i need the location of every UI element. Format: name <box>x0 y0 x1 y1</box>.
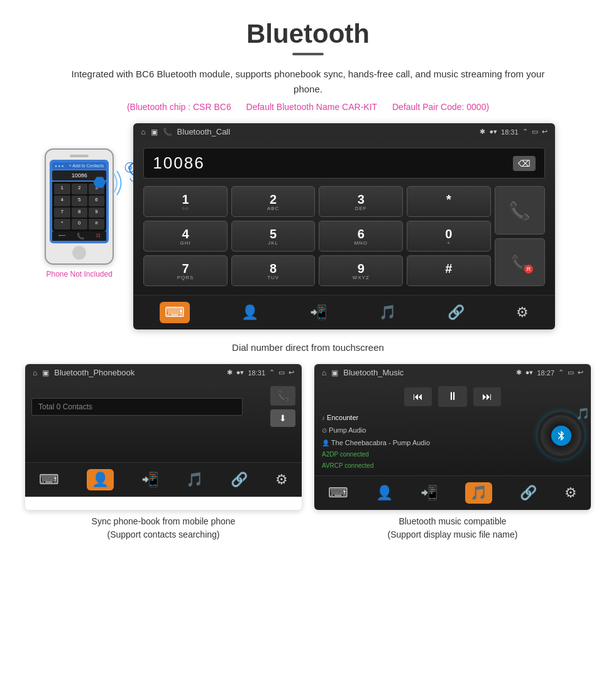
a2dp-status: A2DP connected <box>322 449 531 460</box>
keypad-main-grid: 1○○ 2ABC 3DEF * 4GHI 5JKL 6MNO 0+ 7PQRS … <box>143 186 490 286</box>
nav-dialpad[interactable]: ⌨ <box>160 302 190 323</box>
pb-nav-settings[interactable]: ⚙ <box>275 472 288 488</box>
music-section: ⌂ ▣ Bluetooth_Music ✱ ●▾ 18:27 ⌃ ▭ ↩ ⏮ ⏸ <box>314 364 591 541</box>
music-caption-line2: (Support display music file name) <box>388 529 518 539</box>
key-3[interactable]: 3DEF <box>319 186 403 217</box>
pb-bt-icon: ✱ <box>227 368 233 377</box>
track2-name: Pump Audio <box>329 426 366 434</box>
nav-contacts[interactable]: 👤 <box>241 304 258 321</box>
key-4[interactable]: 4GHI <box>143 221 228 252</box>
phone-mockup-wrap: ⦾ ◡ ⦿ ⦾ ⤩ ● ● ● + Add to Contacts 10086 <box>45 148 114 265</box>
nav-settings[interactable]: ⚙ <box>516 304 529 321</box>
status-icons: ✱ ●▾ 18:31 ⌃ ▭ ↩ <box>480 128 547 136</box>
nav-link[interactable]: 🔗 <box>448 304 465 321</box>
phone-key-8: 8 <box>72 207 87 218</box>
music-screenshot: ⌂ ▣ Bluetooth_Music ✱ ●▾ 18:27 ⌃ ▭ ↩ ⏮ ⏸ <box>314 364 591 510</box>
bottom-nav-dial: ⌨ 👤 📲 🎵 🔗 ⚙ <box>133 295 554 329</box>
mu-nav-music[interactable]: 🎵 <box>465 482 492 504</box>
bt-status-icon: ✱ <box>480 128 485 136</box>
backspace-button[interactable]: ⌫ <box>513 156 536 171</box>
mu-nav-contacts[interactable]: 👤 <box>376 485 393 501</box>
signal-icon: ▣ <box>151 128 158 136</box>
back-icon: ↩ <box>542 128 547 136</box>
mu-nav-settings[interactable]: ⚙ <box>564 485 577 501</box>
download-contacts-button[interactable]: ⬇ <box>270 409 295 427</box>
total-contacts-label: Total 0 Contacts <box>38 402 92 411</box>
track-item-2: ⊙ Pump Audio <box>322 424 531 437</box>
spec-name: Default Bluetooth Name CAR-KIT <box>246 102 378 112</box>
music-content: ⏮ ⏸ ⏭ ♪ Encounter ⊙ Pump Audio <box>314 381 591 475</box>
pb-nav-link[interactable]: 🔗 <box>231 472 248 488</box>
mu-nav-dialpad[interactable]: ⌨ <box>328 485 348 501</box>
expand-icon: ⌃ <box>522 128 528 136</box>
play-button[interactable]: ⏸ <box>438 386 467 407</box>
phone-bottom-row: ⟵ 📞 ⊡ <box>52 231 106 241</box>
mu-signal-icon: ▣ <box>331 368 338 377</box>
music-caption-line1: Bluetooth music compatible <box>399 516 506 526</box>
music-controls: ⏮ ⏸ ⏭ <box>321 386 585 407</box>
pb-nav-call[interactable]: 📲 <box>141 472 158 488</box>
phone-image: ● ● ● + Add to Contacts 10086 1 2 3 4 5 … <box>45 148 114 265</box>
mu-bt-icon: ✱ <box>516 368 522 377</box>
key-8[interactable]: 8TUV <box>231 255 316 286</box>
phonebook-app-name: Bluetooth_Phonebook <box>54 368 222 377</box>
bottom-screenshots: ⌂ ▣ Bluetooth_Phonebook ✱ ●▾ 18:31 ⌃ ▭ ↩… <box>25 364 591 541</box>
key-7[interactable]: 7PQRS <box>143 255 228 286</box>
dial-screenshot: ⌂ ▣ 📞 Bluetooth_Call ✱ ●▾ 18:31 ⌃ ▭ ↩ 10… <box>133 123 554 329</box>
track-item-1: ♪ Encounter <box>322 412 531 424</box>
phone-icon-small: 📞 <box>163 128 172 136</box>
phone-key-4: 4 <box>54 196 70 206</box>
nav-call-log[interactable]: 📲 <box>310 304 327 321</box>
mu-nav-link[interactable]: 🔗 <box>520 485 537 501</box>
mu-time: 18:27 <box>537 369 554 377</box>
bluetooth-waves-svg: ⬣ <box>92 167 123 199</box>
call-contact-button[interactable]: 📞 <box>270 386 295 406</box>
network-icon: ●▾ <box>489 128 497 136</box>
key-9[interactable]: 9WXYZ <box>319 255 403 286</box>
music-app-name: Bluetooth_Music <box>343 368 511 377</box>
spec-chip: (Bluetooth chip : CSR BC6 <box>127 102 231 112</box>
mu-nav-call[interactable]: 📲 <box>421 485 437 501</box>
mu-expand: ⌃ <box>558 368 564 377</box>
time-display: 18:31 <box>501 128 519 136</box>
phone-key-1: 1 <box>54 184 70 194</box>
pb-nav-contacts[interactable]: 👤 <box>87 469 114 490</box>
redial-icon-wrap: 📞 R <box>511 255 528 271</box>
title-divider <box>292 53 324 55</box>
key-0[interactable]: 0+ <box>407 221 491 252</box>
mu-window: ▭ <box>568 368 574 377</box>
bt-signal-overlay: ⬣ <box>92 167 123 201</box>
pb-nav-music[interactable]: 🎵 <box>186 472 203 488</box>
phone-aside: ⦾ ◡ ⦿ ⦾ ⤩ ● ● ● + Add to Contacts 10086 <box>25 123 133 279</box>
phone-key-2: 2 <box>72 184 87 194</box>
pb-window: ▭ <box>278 368 285 377</box>
phonebook-action-buttons: 📞 ⬇ <box>270 386 295 427</box>
dial-number-display: 10086 <box>153 153 512 173</box>
key-6[interactable]: 6MNO <box>319 221 403 252</box>
avrcp-status: AVRCP connected <box>322 460 531 472</box>
contacts-search-input[interactable]: Total 0 Contacts <box>31 398 243 416</box>
pb-expand: ⌃ <box>269 368 275 377</box>
track-list: ♪ Encounter ⊙ Pump Audio 👤 The Cheebacab… <box>321 412 532 472</box>
track3-name: The Cheebacabra - Pump Audio <box>331 439 430 446</box>
prev-button[interactable]: ⏮ <box>404 387 432 406</box>
call-buttons-col: 📞 📞 R <box>495 186 545 286</box>
call-button[interactable]: 📞 <box>495 186 545 235</box>
key-hash[interactable]: # <box>407 255 491 286</box>
dial-input-row: 10086 ⌫ <box>143 148 544 179</box>
key-2[interactable]: 2ABC <box>231 186 316 217</box>
phonebook-search-row: Total 0 Contacts 📞 ⬇ <box>31 386 295 427</box>
redial-button[interactable]: 📞 R <box>495 238 545 287</box>
window-icon: ▭ <box>532 128 538 136</box>
pb-nav-dialpad[interactable]: ⌨ <box>39 472 59 488</box>
phonebook-caption-line2: (Support contacts searching) <box>107 529 220 539</box>
key-1[interactable]: 1○○ <box>143 186 228 217</box>
phonebook-content: Total 0 Contacts 📞 ⬇ <box>25 381 302 462</box>
key-5[interactable]: 5JKL <box>231 221 316 252</box>
next-button[interactable]: ⏭ <box>473 387 501 406</box>
track-item-3: 👤 The Cheebacabra - Pump Audio <box>322 437 531 450</box>
bottom-nav-music: ⌨ 👤 📲 🎵 🔗 ⚙ <box>314 475 591 510</box>
key-star[interactable]: * <box>407 186 491 217</box>
nav-music[interactable]: 🎵 <box>379 304 396 321</box>
redial-badge: R <box>524 265 533 274</box>
